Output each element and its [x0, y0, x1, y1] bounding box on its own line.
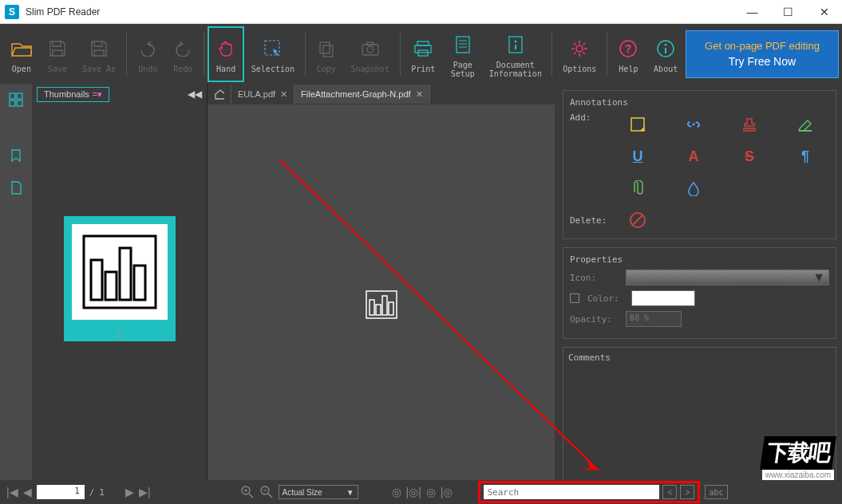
color-label: Color: [587, 293, 623, 304]
view-mode-icon[interactable]: |◎| [406, 486, 421, 498]
collapse-panel-icon[interactable]: ◀◀ [188, 89, 202, 100]
save-as-button[interactable]: Save As [75, 26, 124, 82]
svg-rect-33 [17, 100, 22, 106]
svg-rect-43 [389, 302, 393, 315]
text-icon[interactable]: A [670, 144, 717, 168]
document-view[interactable] [208, 104, 555, 504]
annotations-box: Annotations Add: U A S ¶ [563, 90, 836, 239]
gear-icon [570, 34, 589, 63]
document-info-icon [508, 30, 524, 59]
first-page-button[interactable]: |◀ [6, 486, 18, 498]
zoom-select[interactable]: Actual Size▼ [279, 485, 358, 499]
save-button[interactable]: Save [40, 26, 75, 82]
help-button[interactable]: ? Help [611, 26, 646, 82]
thumbnail-page-1[interactable]: 1 [64, 216, 176, 341]
main-area: Thumbnails=▾ ◀◀ 1 EU [0, 84, 842, 504]
grid-view-icon[interactable] [5, 89, 27, 111]
view-mode-icon[interactable]: ◎ [426, 486, 436, 498]
copy-button[interactable]: Copy [309, 26, 344, 82]
info-icon [656, 34, 675, 63]
svg-rect-36 [105, 272, 117, 300]
svg-rect-42 [382, 296, 387, 315]
svg-rect-32 [10, 100, 15, 106]
svg-rect-2 [323, 45, 333, 57]
stamp-icon[interactable] [725, 112, 773, 136]
selection-tool-button[interactable]: Selection [244, 26, 302, 82]
maximize-button[interactable]: ☐ [770, 0, 806, 24]
svg-rect-0 [265, 41, 279, 55]
strikethrough-icon[interactable]: S [725, 144, 773, 168]
opacity-input[interactable]: 80 % [626, 311, 682, 327]
svg-line-23 [574, 53, 576, 55]
search-next-button[interactable]: > [680, 485, 694, 499]
sticky-note-icon[interactable] [614, 112, 662, 136]
left-strip [0, 84, 32, 504]
svg-rect-7 [415, 45, 431, 53]
delete-annotation-icon[interactable] [614, 208, 662, 232]
tab-eula[interactable]: EULA.pdf✕ [231, 85, 295, 104]
color-checkbox[interactable] [570, 293, 579, 303]
view-mode-icon[interactable]: |◎ [441, 486, 453, 498]
svg-point-4 [367, 46, 374, 53]
undo-button[interactable]: Undo [130, 26, 165, 82]
close-tab-icon[interactable]: ✕ [280, 89, 287, 100]
toolbar: Open Save Save As Undo Redo Hand Selecti… [0, 24, 842, 84]
options-button[interactable]: Options [555, 26, 604, 82]
open-button[interactable]: Open [3, 26, 40, 82]
home-tab[interactable] [208, 85, 231, 104]
attachment-icon[interactable] [5, 176, 27, 199]
svg-rect-37 [120, 248, 131, 300]
last-page-button[interactable]: ▶| [139, 486, 151, 498]
properties-title: Properties [570, 254, 829, 265]
zoom-out-icon[interactable] [259, 485, 274, 499]
next-page-button[interactable]: ▶ [125, 486, 134, 498]
bar-chart-icon [366, 290, 397, 319]
separator [400, 32, 401, 76]
close-button[interactable]: ✕ [806, 0, 842, 24]
app-logo: S [5, 5, 19, 19]
comments-title: Comments [568, 352, 831, 363]
page-number: 1 [64, 328, 176, 341]
snapshot-button[interactable]: Snapshot [344, 26, 397, 82]
prev-page-button[interactable]: ◀ [23, 486, 32, 498]
about-button[interactable]: About [646, 26, 686, 82]
separator [305, 32, 306, 76]
right-panel: Annotations Add: U A S ¶ [555, 84, 842, 504]
redo-button[interactable]: Redo [165, 26, 200, 82]
page-total: 1 [99, 487, 105, 498]
hand-tool-button[interactable]: Hand [208, 26, 244, 82]
home-icon [214, 89, 224, 100]
highlight-icon[interactable] [781, 112, 829, 136]
search-input[interactable] [484, 485, 659, 499]
svg-rect-6 [417, 41, 429, 45]
status-bar: |◀ ◀ 1 / 1 ▶ ▶| Actual Size▼ ◎ |◎| ◎ |◎ … [0, 480, 842, 504]
document-info-button[interactable]: Document Information [483, 26, 549, 82]
bookmark-icon[interactable] [5, 144, 27, 167]
svg-line-21 [574, 43, 576, 45]
page-input[interactable]: 1 [37, 485, 85, 499]
icon-select[interactable]: ▼ [626, 270, 829, 285]
thumbnails-dropdown[interactable]: Thumbnails=▾ [37, 87, 109, 102]
watermark-tool-icon[interactable] [670, 176, 717, 200]
underline-icon[interactable]: U [614, 144, 662, 168]
svg-rect-30 [10, 93, 15, 99]
link-icon[interactable] [670, 112, 717, 136]
view-mode-icon[interactable]: ◎ [392, 486, 401, 498]
svg-rect-35 [91, 260, 102, 300]
match-case-button[interactable]: abc [705, 485, 727, 499]
close-tab-icon[interactable]: ✕ [416, 89, 423, 100]
opacity-label: Opacity: [570, 314, 618, 325]
promo-banner[interactable]: Get on-page PDF editing Try Free Now [686, 30, 839, 78]
attachment-tool-icon[interactable] [614, 176, 662, 200]
tab-fileattachment[interactable]: FileAttachment-Graph-N.pdf✕ [295, 85, 430, 104]
paragraph-icon[interactable]: ¶ [781, 144, 829, 168]
minimize-button[interactable]: — [734, 0, 770, 24]
svg-rect-40 [370, 300, 374, 315]
svg-text:?: ? [625, 42, 632, 55]
print-button[interactable]: Print [404, 26, 444, 82]
search-prev-button[interactable]: < [662, 485, 677, 499]
zoom-in-icon[interactable] [240, 485, 255, 499]
page-setup-button[interactable]: Page Setup [443, 26, 483, 82]
bar-chart-icon [80, 232, 160, 312]
color-swatch[interactable] [631, 290, 695, 306]
